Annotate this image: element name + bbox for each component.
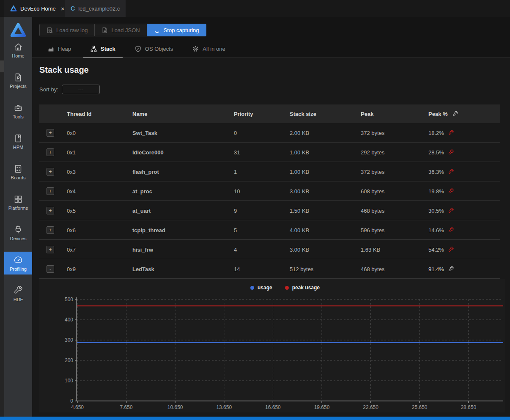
wrench-icon[interactable] <box>448 188 454 195</box>
wrench-icon[interactable] <box>448 208 454 214</box>
wrench-filter-icon[interactable] <box>452 111 458 117</box>
tab-deveco-home[interactable]: DevEco Home × <box>4 0 71 17</box>
col-peak: Peak <box>361 104 373 123</box>
sidebar-item-label: Profiling <box>10 266 27 272</box>
expand-row-button[interactable]: + <box>47 148 54 156</box>
cell-thread-id: 0x5 <box>67 201 76 220</box>
wrench-icon[interactable] <box>448 266 454 272</box>
legend-label: usage <box>258 285 272 291</box>
stack-usage-panel: Stack usage Sort by: --- Thread Id Name … <box>32 58 510 417</box>
tab-label: Stack <box>101 46 115 52</box>
table-row[interactable]: + 0x7 hisi_frw 4 3.00 KB 1.63 KB 54.2% <box>39 240 500 259</box>
sidebar-item-label: Boards <box>11 175 26 180</box>
sidebar-item-label: Devices <box>10 236 26 241</box>
y-tick-label: 500 <box>65 296 73 302</box>
sidebar-item-devices[interactable]: Devices <box>4 221 32 244</box>
cell-peak-pct: 91.4% <box>428 259 454 279</box>
x-tick-label: 13.650 <box>216 404 232 410</box>
scrollbar-thumb[interactable] <box>0 60 4 72</box>
tab-label: Heap <box>58 46 71 52</box>
expand-row-button[interactable]: - <box>47 265 54 273</box>
wrench-icon[interactable] <box>448 169 454 175</box>
wrench-icon[interactable] <box>448 227 454 233</box>
document-search-icon <box>47 27 53 33</box>
cell-peak: 596 bytes <box>361 220 384 240</box>
sidebar-item-label: HPM <box>13 145 23 150</box>
cell-priority: 31 <box>234 143 240 162</box>
table-row[interactable]: + 0x1 IdleCore000 31 1.00 KB 292 bytes 2… <box>39 143 500 162</box>
sidebar-item-label: Projects <box>10 84 27 89</box>
expand-row-button[interactable]: + <box>47 168 54 176</box>
deveco-logo-icon <box>10 5 17 12</box>
cell-peak-pct: 54.2% <box>428 240 454 259</box>
table-row[interactable]: + 0x6 tcpip_thread 5 4.00 KB 596 bytes 1… <box>39 220 500 240</box>
sidebar-item-label: Home <box>12 53 24 58</box>
cell-name: at_uart <box>132 201 151 220</box>
cell-peak: 608 bytes <box>361 181 384 201</box>
spinner-icon <box>154 27 160 33</box>
table-row[interactable]: - 0x9 LedTask 14 512 bytes 468 bytes 91.… <box>39 259 500 279</box>
tab-stack[interactable]: Stack <box>90 40 115 58</box>
tab-label: DevEco Home <box>20 5 56 12</box>
cell-stack-size: 512 bytes <box>290 259 313 279</box>
expand-row-button[interactable]: + <box>47 187 54 195</box>
cell-name: LedTask <box>132 259 154 279</box>
wrench-icon <box>13 285 23 296</box>
table-row[interactable]: + 0x5 at_uart 9 1.50 KB 468 bytes 30.5% <box>39 201 500 220</box>
sidebar-item-hdf[interactable]: HDF <box>4 282 32 305</box>
sidebar-item-profiling[interactable]: Profiling <box>4 252 32 275</box>
expand-row-button[interactable]: + <box>47 129 54 137</box>
wrench-icon[interactable] <box>448 130 454 136</box>
tab-heap[interactable]: Heap <box>48 40 71 58</box>
editor-scroll-strip <box>0 17 4 417</box>
toolbox-icon <box>13 103 23 113</box>
y-tick-label: 0 <box>70 398 73 404</box>
expand-row-button[interactable]: + <box>47 226 54 234</box>
profiler-view-tabs: Heap Stack OS Objects All in one <box>32 40 510 58</box>
expand-row-button[interactable]: + <box>47 207 54 214</box>
legend-item-usage[interactable]: usage <box>250 285 272 291</box>
legend-item-peak-usage[interactable]: peak usage <box>285 285 320 291</box>
tab-all-in-one[interactable]: All in one <box>192 40 225 58</box>
wrench-icon[interactable] <box>448 149 454 156</box>
table-row[interactable]: + 0x3 flash_prot 1 1.00 KB 372 bytes 36.… <box>39 162 500 181</box>
usb-icon <box>13 225 23 235</box>
table-row[interactable]: + 0x0 Swt_Task 0 2.00 KB 372 bytes 18.2% <box>39 123 500 143</box>
close-icon[interactable]: × <box>61 5 65 12</box>
cell-peak-pct: 14.6% <box>428 220 454 240</box>
load-json-button[interactable]: Load JSON <box>94 24 147 36</box>
home-icon <box>13 42 23 52</box>
cell-name: Swt_Task <box>132 123 157 143</box>
cell-thread-id: 0x4 <box>67 181 76 201</box>
deveco-logo-icon <box>10 22 26 38</box>
cell-priority: 4 <box>234 240 237 259</box>
sidebar-item-home[interactable]: Home <box>4 38 32 61</box>
gear-icon <box>192 46 199 52</box>
sort-select[interactable]: --- <box>62 85 100 94</box>
stop-capturing-button[interactable]: Stop capturing <box>147 24 206 36</box>
cell-peak-pct: 28.5% <box>428 143 454 162</box>
tab-os-objects[interactable]: OS Objects <box>135 40 173 58</box>
table-row[interactable]: + 0x4 at_proc 10 3.00 KB 608 bytes 19.8% <box>39 181 500 201</box>
y-tick-label: 200 <box>65 357 73 363</box>
sidebar-item-projects[interactable]: Projects <box>4 69 32 92</box>
capture-button-group: Load raw log Load JSON Stop capturing <box>39 24 206 36</box>
tab-led-example[interactable]: C led_example02.c <box>65 0 126 17</box>
sidebar-item-platforms[interactable]: Platforms <box>4 191 32 214</box>
stack-table-body: + 0x0 Swt_Task 0 2.00 KB 372 bytes 18.2%… <box>39 123 500 279</box>
x-tick-label: 4.650 <box>71 404 84 410</box>
sidebar: Home Projects Tools HPM Boards <box>4 17 32 417</box>
sidebar-item-hpm[interactable]: HPM <box>4 130 32 153</box>
sidebar-item-tools[interactable]: Tools <box>4 99 32 122</box>
cell-stack-size: 4.00 KB <box>290 220 309 240</box>
expand-row-button[interactable]: + <box>47 246 54 253</box>
y-tick-label: 400 <box>65 317 73 323</box>
load-raw-log-button[interactable]: Load raw log <box>39 24 95 36</box>
legend-dot <box>285 286 289 290</box>
tab-label: All in one <box>203 46 225 52</box>
sidebar-item-boards[interactable]: Boards <box>4 160 32 183</box>
cell-stack-size: 1.00 KB <box>290 143 309 162</box>
stack-table: Thread Id Name Priority Stack size Peak … <box>39 104 500 279</box>
gauge-icon <box>13 255 23 265</box>
wrench-icon[interactable] <box>448 247 454 253</box>
